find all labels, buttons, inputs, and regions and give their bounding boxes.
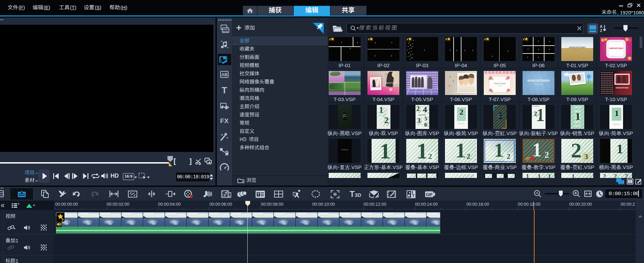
svg-text:A: A [600, 24, 602, 28]
svg-text:T: T [412, 194, 414, 198]
svg-text:T: T [257, 192, 260, 197]
svg-text:Z: Z [600, 28, 602, 33]
svg-text:GIF: GIF [426, 192, 433, 197]
svg-text:AB: AB [221, 72, 227, 77]
